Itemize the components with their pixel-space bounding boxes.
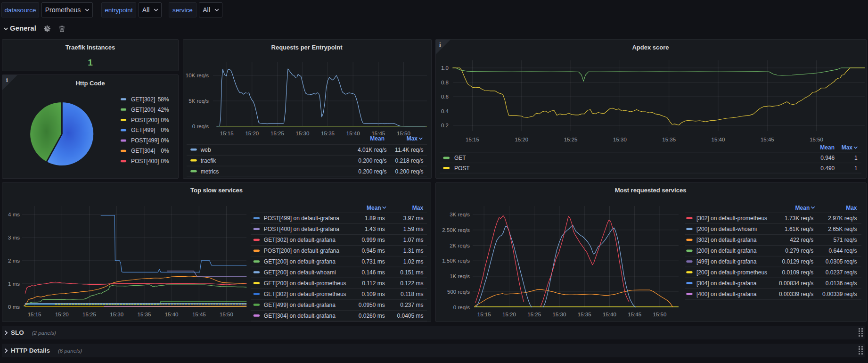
svg-text:GET[304]: GET[304] xyxy=(131,148,155,154)
svg-text:1K req/s: 1K req/s xyxy=(450,273,470,279)
svg-text:Mean: Mean xyxy=(795,205,810,211)
svg-text:1.02 ms: 1.02 ms xyxy=(403,258,424,265)
svg-text:Max: Max xyxy=(412,205,424,211)
svg-text:0%: 0% xyxy=(161,137,169,144)
svg-text:4.01K req/s: 4.01K req/s xyxy=(358,147,386,153)
svg-text:0.731 ms: 0.731 ms xyxy=(361,258,385,265)
svg-text:[304] on default-grafana: [304] on default-grafana xyxy=(696,280,757,287)
svg-text:[302] on default-grafana: [302] on default-grafana xyxy=(696,237,757,243)
svg-text:POST[400]: POST[400] xyxy=(131,158,159,165)
svg-text:15:15: 15:15 xyxy=(28,312,41,317)
svg-text:[400] on default-grafana: [400] on default-grafana xyxy=(696,291,757,297)
svg-text:3 ms: 3 ms xyxy=(8,235,20,240)
svg-text:0.490: 0.490 xyxy=(820,165,835,172)
svg-text:0.109 ms: 0.109 ms xyxy=(361,291,385,297)
svg-text:1.50K req/s: 1.50K req/s xyxy=(442,258,470,264)
svg-text:GET[302] on default-prometheus: GET[302] on default-prometheus xyxy=(264,291,346,297)
svg-text:0.6: 0.6 xyxy=(441,94,449,99)
svg-text:Http Code: Http Code xyxy=(75,80,105,87)
svg-text:15:35: 15:35 xyxy=(138,312,151,317)
svg-text:0.0109 req/s: 0.0109 req/s xyxy=(782,269,814,276)
svg-text:0.2: 0.2 xyxy=(441,123,449,128)
svg-text:POST: POST xyxy=(454,165,470,172)
svg-text:0.644 req/s: 0.644 req/s xyxy=(828,248,857,254)
svg-text:1.89 ms: 1.89 ms xyxy=(365,215,385,222)
svg-text:15:50: 15:50 xyxy=(220,312,233,317)
svg-text:15:35: 15:35 xyxy=(578,312,591,317)
svg-text:GET[200] on default-grafana: GET[200] on default-grafana xyxy=(264,258,336,265)
svg-text:0.00339 req/s: 0.00339 req/s xyxy=(779,291,813,297)
svg-text:0%: 0% xyxy=(161,127,169,133)
svg-text:0%: 0% xyxy=(161,148,169,154)
svg-text:POST[499]: POST[499] xyxy=(131,137,159,144)
svg-text:0.122 ms: 0.122 ms xyxy=(400,280,423,287)
svg-text:15:30: 15:30 xyxy=(613,137,627,142)
svg-text:11.4K req/s: 11.4K req/s xyxy=(395,147,423,153)
svg-text:0.946: 0.946 xyxy=(820,155,835,161)
svg-text:0.118 ms: 0.118 ms xyxy=(401,291,423,297)
svg-text:Traefik Instances: Traefik Instances xyxy=(66,44,115,51)
svg-text:Most requested services: Most requested services xyxy=(615,187,687,194)
svg-text:[200] on default-whoami: [200] on default-whoami xyxy=(696,226,757,232)
svg-text:0.112 ms: 0.112 ms xyxy=(362,280,385,287)
svg-text:web: web xyxy=(200,147,211,153)
svg-text:0.999 ms: 0.999 ms xyxy=(361,237,385,243)
svg-text:15:40: 15:40 xyxy=(165,312,179,317)
svg-text:42%: 42% xyxy=(158,107,169,113)
svg-text:0.237 ms: 0.237 ms xyxy=(400,302,423,308)
svg-text:0.146 ms: 0.146 ms xyxy=(361,269,385,276)
svg-text:i: i xyxy=(439,41,441,48)
svg-text:[200] on default-grafana: [200] on default-grafana xyxy=(696,248,757,254)
svg-text:[200] on default-prometheus: [200] on default-prometheus xyxy=(696,269,767,276)
svg-text:0.0129 req/s: 0.0129 req/s xyxy=(782,258,814,265)
svg-text:1: 1 xyxy=(854,165,858,172)
svg-text:0.00339 req/s: 0.00339 req/s xyxy=(822,291,857,297)
svg-text:5K req/s: 5K req/s xyxy=(188,98,209,104)
svg-text:metrics: metrics xyxy=(201,168,219,175)
svg-text:0.200 req/s: 0.200 req/s xyxy=(358,168,386,175)
svg-text:1.0: 1.0 xyxy=(441,65,449,71)
svg-text:Max: Max xyxy=(407,135,418,142)
svg-text:0 req/s: 0 req/s xyxy=(192,124,209,129)
svg-text:1.59 ms: 1.59 ms xyxy=(403,226,424,232)
svg-text:15:15: 15:15 xyxy=(477,312,491,317)
svg-text:15:25: 15:25 xyxy=(82,312,96,317)
svg-text:0%: 0% xyxy=(161,158,169,165)
svg-text:4 ms: 4 ms xyxy=(8,212,20,217)
svg-text:0.200 req/s: 0.200 req/s xyxy=(358,157,386,164)
svg-text:1.31 ms: 1.31 ms xyxy=(403,248,424,254)
svg-text:1: 1 xyxy=(854,155,858,161)
svg-text:15:20: 15:20 xyxy=(55,312,69,317)
svg-text:GET[200]: GET[200] xyxy=(131,107,155,113)
svg-text:0.0260 ms: 0.0260 ms xyxy=(359,313,385,319)
svg-text:0.0237 req/s: 0.0237 req/s xyxy=(826,269,857,276)
svg-text:0.200 req/s: 0.200 req/s xyxy=(395,168,424,175)
svg-text:0.218 req/s: 0.218 req/s xyxy=(395,157,424,164)
svg-text:15:50: 15:50 xyxy=(653,312,667,317)
svg-text:0 req/s: 0 req/s xyxy=(453,305,470,310)
svg-text:1 ms: 1 ms xyxy=(8,281,20,287)
svg-text:15:20: 15:20 xyxy=(502,312,516,317)
svg-text:Max: Max xyxy=(846,205,857,211)
svg-text:0 ms: 0 ms xyxy=(8,304,20,310)
svg-text:GET[499]: GET[499] xyxy=(131,127,155,133)
svg-text:15:20: 15:20 xyxy=(245,131,259,136)
svg-text:15:30: 15:30 xyxy=(296,131,310,136)
svg-text:2 ms: 2 ms xyxy=(8,258,20,264)
svg-text:Apdex score: Apdex score xyxy=(632,44,669,51)
svg-text:Mean: Mean xyxy=(820,144,835,151)
svg-text:1.73K req/s: 1.73K req/s xyxy=(785,215,813,222)
svg-text:[302] on default-prometheus: [302] on default-prometheus xyxy=(696,215,767,222)
svg-text:1: 1 xyxy=(88,58,93,67)
svg-text:15:25: 15:25 xyxy=(527,312,541,317)
svg-text:15:35: 15:35 xyxy=(662,137,676,142)
svg-text:0%: 0% xyxy=(161,117,169,124)
svg-text:2K req/s: 2K req/s xyxy=(450,243,470,248)
svg-text:Max: Max xyxy=(842,144,853,151)
svg-text:POST[499] on default-grafana: POST[499] on default-grafana xyxy=(264,215,339,222)
svg-text:0.4: 0.4 xyxy=(441,108,449,114)
svg-text:GET[302]: GET[302] xyxy=(131,96,155,103)
svg-text:2.50K req/s: 2.50K req/s xyxy=(442,227,470,233)
svg-text:GET[302] on default-grafana: GET[302] on default-grafana xyxy=(264,237,336,243)
svg-text:15:40: 15:40 xyxy=(712,137,725,142)
